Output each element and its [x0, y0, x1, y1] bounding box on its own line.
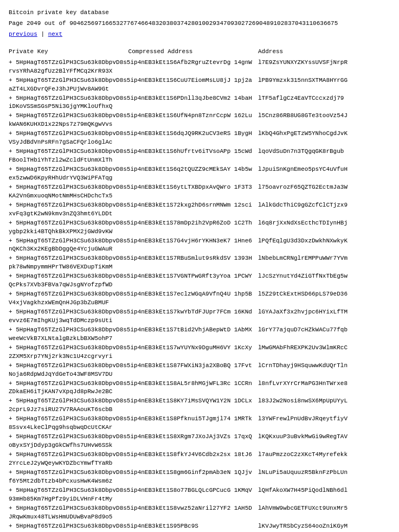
address-cell: l7E9ZsYUNXYZKYssUVSFjNrpR [258, 59, 390, 76]
table-row: + 5HpHagT65TZzGlPH3CSu63k8DbpvD8s5ip4nEB… [9, 308, 390, 325]
key-cell: + 5HpHagT65TZzGlPH3CSu63k8DbpvD8s5ip4nEB… [9, 112, 258, 129]
key-cell: + 5HpHagT65TZzGlPH3CSu63k8DbpvD8s5ip4nEB… [9, 308, 258, 325]
table-row: + 5HpHagT65TZzGlPH3CSu63k8DbpvD8s5ip4nEB… [9, 415, 390, 432]
address-cell: lQHfAkoXW7H45PiQodlNBh6dl [258, 486, 390, 504]
table-row: + 5HpHagT65TZzGlPH3CSu63k8DbpvD8s5ip4nEB… [9, 486, 390, 504]
table-row: + 5HpHagT65TZzGlPH3CSu63k8DbpvD8s5ip4nEB… [9, 344, 390, 361]
table-row: + 5HpHagT65TZzGlPH3CSu63k8DbpvD8s5ip4nEB… [9, 148, 390, 165]
previous-link[interactable]: previous [9, 31, 37, 37]
address-cell: lGYAJaXf3x2hvjpc6HYixLfTM [258, 308, 390, 325]
key-cell: + 5HpHagT65TZzGlPH3CSu63k8DbpvD8s5ip4nEB… [9, 272, 258, 290]
address-cell: l3YWFrewlPnUdBvJRqeytfiyV [258, 415, 390, 432]
next-link[interactable]: next [48, 31, 62, 37]
address-cell: l8nfLvrXYrCrMaPG3HnTWrxe8 [258, 380, 390, 397]
key-cell: + 5HpHagT65TZzGlPH3CSu63k8DbpvD8s5ip4nEB… [9, 76, 258, 94]
key-cell: + 5HpHagT65TZzGlPH3CSu63k8DbpvD8s5ip4nEB… [9, 415, 258, 432]
nav-links: previous | next [9, 30, 390, 39]
key-cell: + 5HpHagT65TZzGlPH3CSu63k8DbpvD8s5ip4nEB… [9, 130, 258, 147]
table-row: + 5HpHagT65TZzGlPH3CSu63k8DbpvD8s5ip4nEB… [9, 59, 390, 76]
address-cell: l5Z29tCkExtHSD66pLS79eD36 [258, 290, 390, 307]
key-cell: + 5HpHagT65TZzGlPH3CSu63k8DbpvD8s5ip4nEB… [9, 451, 258, 468]
key-cell: + 5HpHagT65TZzGlPH3CSu63k8DbpvD8s5ip4nEB… [9, 362, 258, 379]
table-row: + 5HpHagT65TZzGlPH3CSu63k8DbpvD8s5ip4nEB… [9, 112, 390, 129]
column-headers: Private Key Compressed Address Address [9, 48, 390, 56]
address-cell: l6q8rjXxNdXsEcthcTDIynHBj [258, 219, 390, 236]
address-cell: lAlkGdcThiC9gGZcfClCTjzx9 [258, 201, 390, 219]
address-cell: lKVJwyTRSbCyzS64ooZniKGyM [258, 522, 390, 531]
table-row: + 5HpHagT65TZzGlPH3CSu63k8DbpvD8s5ip4nEB… [9, 504, 390, 522]
key-cell: + 5HpHagT65TZzGlPH3CSu63k8DbpvD8s5ip4nEB… [9, 380, 258, 397]
address-cell: l83J2w2Nosi8nwSX6MpUpUYyL [258, 397, 390, 414]
key-cell: + 5HpHagT65TZzGlPH3CSu63k8DbpvD8s5ip4nEB… [9, 219, 258, 236]
table-row: + 5HpHagT65TZzGlPH3CSu63k8DbpvD8s5ip4nEB… [9, 254, 390, 272]
table-row: + 5HpHagT65TZzGlPH3CSu63k8DbpvD8s5ip4nEB… [9, 130, 390, 147]
table-row: + 5HpHagT65TZzGlPH3CSu63k8DbpvD8s5ip4nEB… [9, 94, 390, 112]
table-row: + 5HpHagT65TZzGlPH3CSu63k8DbpvD8s5ip4nEB… [9, 165, 390, 183]
table-row: + 5HpHagT65TZzGlPH3CSu63k8DbpvD8s5ip4nEB… [9, 451, 390, 468]
address-cell: lJcSzYnutYd4ZiGTfNxTbEg5w [258, 272, 390, 290]
table-row: + 5HpHagT65TZzGlPH3CSu63k8DbpvD8s5ip4nEB… [9, 219, 390, 236]
table-row: + 5HpHagT65TZzGlPH3CSu63k8DbpvD8s5ip4nEB… [9, 326, 390, 343]
address-cell: lqoVdSuDn7n3TQgqGK8rBgub [258, 148, 390, 165]
table-row: + 5HpHagT65TZzGlPH3CSu63k8DbpvD8s5ip4nEB… [9, 290, 390, 307]
key-cell: + 5HpHagT65TZzGlPH3CSu63k8DbpvD8s5ip4nEB… [9, 254, 258, 272]
table-row: + 5HpHagT65TZzGlPH3CSu63k8DbpvD8s5ip4nEB… [9, 397, 390, 414]
address-cell: lKbQ4GhxPgETzW5YNhoCgdJvK [258, 130, 390, 147]
address-cell: lGrY77ajquD7cHZkWACu77fqb [258, 326, 390, 343]
address-cell: lAhVmW9wbcGETFUXct9UnxMr5 [258, 504, 390, 522]
table-row: + 5HpHagT65TZzGlPH3CSu63k8DbpvD8s5ip4nEB… [9, 522, 390, 531]
key-cell: + 5HpHagT65TZzGlPH3CSu63k8DbpvD8s5ip4nEB… [9, 59, 258, 76]
table-row: + 5HpHagT65TZzGlPH3CSu63k8DbpvD8s5ip4nEB… [9, 272, 390, 290]
address-cell: lTF5aflgCz4EaVTCccxzdj79 [258, 94, 390, 112]
table-row: + 5HpHagT65TZzGlPH3CSu63k8DbpvD8s5ip4nEB… [9, 469, 390, 486]
header-line2: Page 2049 out of 90462569716653277674664… [9, 20, 390, 28]
key-cell: + 5HpHagT65TZzGlPH3CSu63k8DbpvD8s5ip4nEB… [9, 290, 258, 307]
key-cell: + 5HpHagT65TZzGlPH3CSu63k8DbpvD8s5ip4nEB… [9, 94, 258, 112]
key-cell: + 5HpHagT65TZzGlPH3CSu63k8DbpvD8s5ip4nEB… [9, 183, 258, 201]
key-cell: + 5HpHagT65TZzGlPH3CSu63k8DbpvD8s5ip4nEB… [9, 201, 258, 219]
address-cell: lNLuPi5aUquuzR5BknFzPbLUn [258, 469, 390, 486]
key-cell: + 5HpHagT65TZzGlPH3CSu63k8DbpvD8s5ip4nEB… [9, 237, 258, 254]
key-cell: + 5HpHagT65TZzGlPH3CSu63k8DbpvD8s5ip4nEB… [9, 148, 258, 165]
address-cell: lCrnTDhayj9HSquwwKdUQrTln [258, 362, 390, 379]
table-row: + 5HpHagT65TZzGlPH3CSu63k8DbpvD8s5ip4nEB… [9, 380, 390, 397]
key-cell: + 5HpHagT65TZzGlPH3CSu63k8DbpvD8s5ip4nEB… [9, 344, 258, 361]
table-row: + 5HpHagT65TZzGlPH3CSu63k8DbpvD8s5ip4nEB… [9, 237, 390, 254]
address-cell: lMwGMAbFhREXPK2Uv3WlmKRcC [258, 344, 390, 361]
data-table: + 5HpHagT65TZzGlPH3CSu63k8DbpvD8s5ip4nEB… [9, 59, 390, 531]
key-cell: + 5HpHagT65TZzGlPH3CSu63k8DbpvD8s5ip4nEB… [9, 469, 258, 486]
address-cell: lJpuiSnKgnEmeo5psYC4uVfuH [258, 165, 390, 183]
address-cell: lPB9Ymzxk315nnSXTMA8HYrGG [258, 76, 390, 94]
address-cell: l75oavrozF65QZTG2EctmJa3W [258, 183, 390, 201]
table-row: + 5HpHagT65TZzGlPH3CSu63k8DbpvD8s5ip4nEB… [9, 362, 390, 379]
key-cell: + 5HpHagT65TZzGlPH3CSu63k8DbpvD8s5ip4nEB… [9, 486, 258, 504]
key-cell: + 5HpHagT65TZzGlPH3CSu63k8DbpvD8s5ip4nEB… [9, 504, 258, 522]
header: Bitcoin private key database Page 2049 o… [9, 9, 390, 39]
col-header-address: Address [258, 48, 390, 56]
table-row: + 5HpHagT65TZzGlPH3CSu63k8DbpvD8s5ip4nEB… [9, 201, 390, 219]
key-cell: + 5HpHagT65TZzGlPH3CSu63k8DbpvD8s5ip4nEB… [9, 165, 258, 183]
address-cell: lPQfEqlgU3d3DxzDwkhNXwkyK [258, 237, 390, 254]
address-cell: lKQKxuuP3uBvkMwGi9wRegTAV [258, 433, 390, 450]
col-header-compressed: Compressed Address [63, 48, 258, 56]
table-row: + 5HpHagT65TZzGlPH3CSu63k8DbpvD8s5ip4nEB… [9, 76, 390, 94]
address-cell: l5Cnz86RB8UG8GTe3tooVz54J [258, 112, 390, 129]
table-row: + 5HpHagT65TZzGlPH3CSu63k8DbpvD8s5ip4nEB… [9, 183, 390, 201]
table-row: + 5HpHagT65TZzGlPH3CSu63k8DbpvD8s5ip4nEB… [9, 433, 390, 450]
header-line1: Bitcoin private key database [9, 9, 390, 17]
col-header-private-key: Private Key [9, 48, 63, 56]
key-cell: + 5HpHagT65TZzGlPH3CSu63k8DbpvD8s5ip4nEB… [9, 397, 258, 414]
address-cell: lNbebLmCRNglrEMPPuWWr7YVm [258, 254, 390, 272]
address-cell: l7auPmzzoC2zXKcT4Myrefekk [258, 451, 390, 468]
key-cell: + 5HpHagT65TZzGlPH3CSu63k8DbpvD8s5ip4nEB… [9, 522, 258, 531]
key-cell: + 5HpHagT65TZzGlPH3CSu63k8DbpvD8s5ip4nEB… [9, 433, 258, 450]
key-cell: + 5HpHagT65TZzGlPH3CSu63k8DbpvD8s5ip4nEB… [9, 326, 258, 343]
